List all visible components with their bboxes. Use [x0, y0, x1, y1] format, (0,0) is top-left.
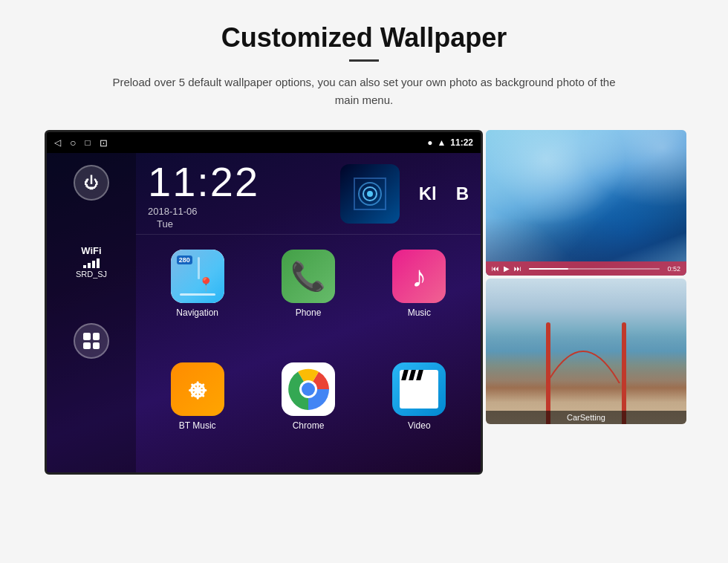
app-item-navigation[interactable]: 280 📍 Navigation — [142, 241, 253, 354]
bt-music-icon: ⎈ — [171, 362, 224, 416]
video-label: Video — [408, 420, 430, 431]
title-divider — [349, 59, 379, 62]
app-grid: 280 📍 Navigation 📞 Phone — [136, 235, 481, 472]
chrome-label: Chrome — [293, 420, 325, 431]
btmusic-label: BT Music — [179, 420, 216, 431]
clap-stripe-3 — [416, 370, 423, 380]
grid-icon — [83, 333, 100, 349]
app-item-video[interactable]: Video — [364, 354, 475, 466]
clap-top — [400, 370, 438, 380]
music-label: Music — [408, 307, 431, 318]
bridge-cables-area — [546, 310, 626, 383]
page-description: Preload over 5 default wallpaper options… — [104, 74, 624, 109]
music-note-icon: ♪ — [412, 260, 426, 293]
wifi-bars — [83, 258, 100, 268]
wifi-info: WiFi SRD_SJ — [76, 245, 107, 279]
signal-center — [367, 191, 373, 197]
wallpaper-thumb-bridge[interactable]: CarSetting — [486, 279, 686, 424]
svg-point-2 — [302, 383, 315, 396]
signal-animation — [351, 175, 389, 212]
showcase-area: ◁ ○ □ ⊡ ● ▲ 11:22 ⏻ — [45, 130, 683, 475]
bridge-cable-svg — [546, 310, 626, 383]
clap-body — [400, 380, 438, 409]
clap-stripe-2 — [409, 370, 416, 380]
status-bar-left: ◁ ○ □ ⊡ — [54, 137, 108, 149]
image-icon: ⊡ — [100, 137, 108, 149]
navigation-label: Navigation — [176, 307, 218, 318]
back-arrow-icon: ◁ — [54, 137, 61, 148]
main-content: 11:22 2018-11-06 Tue — [136, 153, 481, 472]
media-prev-icon: ⏮ — [492, 264, 499, 273]
wifi-bar-2 — [88, 263, 91, 268]
clock-section: 11:22 2018-11-06 Tue — [136, 153, 481, 235]
recents-square-icon: □ — [85, 137, 90, 148]
chrome-logo-svg — [287, 368, 329, 410]
carsetting-label: CarSetting — [486, 411, 686, 424]
wifi-label: WiFi — [81, 245, 101, 256]
screen-body: ⏻ WiFi SRD_SJ — [47, 153, 481, 472]
map-pin-icon: 📍 — [198, 276, 214, 293]
ice-cave-image: ⏮ ▶ ⏭ 0:52 — [486, 130, 686, 276]
device-mock: ◁ ○ □ ⊡ ● ▲ 11:22 ⏻ — [45, 130, 483, 475]
phone-label: Phone — [296, 307, 322, 318]
home-circle-icon: ○ — [70, 137, 76, 149]
power-icon: ⏻ — [84, 175, 99, 192]
video-icon — [392, 362, 446, 416]
wifi-bar-4 — [97, 258, 100, 268]
apps-button[interactable] — [74, 323, 109, 359]
media-progress-fill — [529, 268, 568, 270]
carsetting-text: CarSetting — [567, 413, 605, 422]
wallpaper-thumb-ice[interactable]: ⏮ ▶ ⏭ 0:52 — [486, 130, 686, 276]
ki-label: Kl — [419, 183, 437, 204]
map-road-line — [180, 293, 215, 296]
radio-icon-box — [340, 164, 400, 224]
media-play-icon: ▶ — [504, 264, 510, 273]
media-control-bar: ⏮ ▶ ⏭ 0:52 — [486, 261, 686, 276]
app-item-phone[interactable]: 📞 Phone — [253, 241, 363, 354]
clock-date-value: 2018-11-06 — [148, 206, 318, 217]
clock-day: Tue — [157, 218, 318, 230]
media-progress-bar — [529, 268, 660, 270]
wifi-signal-icon: ▲ — [437, 137, 446, 148]
media-next-icon: ⏭ — [514, 264, 521, 273]
app-item-chrome[interactable]: Chrome — [253, 354, 363, 466]
clapperboard-icon — [400, 370, 438, 409]
clock-date: 2018-11-06 Tue — [148, 206, 318, 230]
status-time: 11:22 — [450, 137, 473, 148]
status-bar: ◁ ○ □ ⊡ ● ▲ 11:22 — [47, 132, 481, 153]
clock-time: 11:22 — [148, 157, 318, 206]
clock-wrapper: 11:22 2018-11-06 Tue — [148, 157, 318, 230]
clap-stripe-1 — [401, 370, 409, 380]
wifi-bar-3 — [92, 261, 95, 268]
navigation-icon: 280 📍 — [171, 250, 224, 303]
page-title: Customized Wallpaper — [221, 22, 507, 53]
grid-dot — [83, 333, 91, 340]
ice-highlight — [566, 130, 686, 218]
wallpaper-thumbnails: ⏮ ▶ ⏭ 0:52 — [486, 130, 686, 424]
phone-icon: 📞 — [282, 250, 335, 303]
grid-dot — [93, 333, 100, 340]
music-icon: ♪ — [392, 250, 446, 303]
phone-handset-icon: 📞 — [290, 260, 325, 293]
media-time: 0:52 — [667, 265, 680, 273]
status-bar-right: ● ▲ 11:22 — [427, 137, 473, 148]
golden-gate-image: CarSetting — [486, 279, 686, 424]
grid-dot — [93, 342, 100, 350]
left-sidebar: ⏻ WiFi SRD_SJ — [47, 153, 136, 472]
app-item-btmusic[interactable]: ⎈ BT Music — [142, 354, 253, 466]
bluetooth-symbol-icon: ⎈ — [189, 374, 206, 406]
grid-dot — [83, 342, 91, 350]
app-item-music[interactable]: ♪ Music — [364, 241, 475, 354]
map-shield-sign: 280 — [177, 256, 192, 264]
b-label: B — [456, 183, 469, 204]
chrome-icon — [282, 362, 335, 416]
wifi-bar-1 — [83, 265, 86, 268]
wifi-ssid: SRD_SJ — [76, 270, 107, 279]
power-button[interactable]: ⏻ — [74, 165, 109, 201]
location-pin-icon: ● — [427, 137, 432, 148]
